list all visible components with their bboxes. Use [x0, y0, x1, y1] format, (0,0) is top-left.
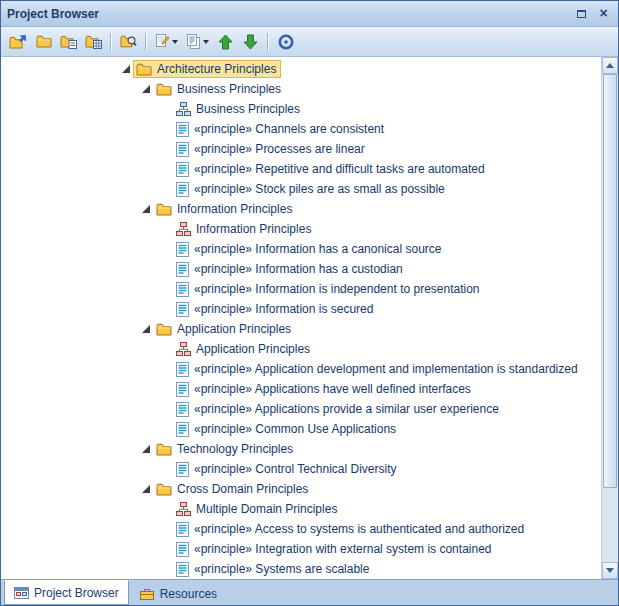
tree-node[interactable]: «principle» Application development and … [173, 360, 583, 378]
tree-node[interactable]: «principle» Stock piles are as small as … [173, 180, 450, 198]
tree-row[interactable]: «principle» Application development and … [1, 359, 601, 379]
principle-document-icon [176, 562, 189, 577]
expand-collapse-triangle-icon[interactable] [139, 82, 153, 96]
tree-node[interactable]: Cross Domain Principles [153, 480, 313, 498]
tree-node[interactable]: «principle» Information is independent t… [173, 280, 485, 298]
principle-document-icon [176, 362, 189, 377]
tree-node[interactable]: Application Principles [153, 320, 296, 338]
expand-collapse-triangle-icon[interactable] [139, 482, 153, 496]
tree-row[interactable]: «principle» Integration with external sy… [1, 539, 601, 559]
tree-node[interactable]: «principle» Integration with external sy… [173, 540, 497, 558]
tree-node[interactable]: «principle» Channels are consistent [173, 120, 389, 138]
tree-node-selected[interactable]: Architecture Principles [133, 60, 281, 78]
tree-item-label: «principle» Application development and … [194, 362, 578, 376]
tree-row[interactable]: «principle» Stock piles are as small as … [1, 179, 601, 199]
vertical-scrollbar[interactable] [601, 57, 618, 579]
find-in-browser-button[interactable] [117, 30, 140, 53]
tree-node[interactable]: «principle» Repetitive and difficult tas… [173, 160, 490, 178]
tree-row[interactable]: «principle» Channels are consistent [1, 119, 601, 139]
folder-icon [156, 323, 172, 336]
tree-item-label: «principle» Systems are scalable [194, 562, 369, 576]
tree-row[interactable]: Multiple Domain Principles [1, 499, 601, 519]
tree-node[interactable]: Information Principles [173, 220, 316, 238]
tree-row[interactable]: «principle» Common Use Applications [1, 419, 601, 439]
tree-node[interactable]: «principle» Control Technical Diversity [173, 460, 402, 478]
tree-item-label: Information Principles [177, 202, 292, 216]
tree-row[interactable]: Cross Domain Principles [1, 479, 601, 499]
tree-row[interactable]: Technology Principles [1, 439, 601, 459]
tree-item-label: Business Principles [177, 82, 281, 96]
tree-row[interactable]: «principle» Repetitive and difficult tas… [1, 159, 601, 179]
move-down-button[interactable] [239, 30, 262, 53]
duplicate-button[interactable] [183, 30, 212, 53]
tree-item-label: «principle» Applications provide a simil… [194, 402, 499, 416]
maximize-button[interactable] [573, 6, 590, 21]
tree-item-label: «principle» Repetitive and difficult tas… [194, 162, 485, 176]
tree-row[interactable]: Business Principles [1, 79, 601, 99]
tree-node[interactable]: «principle» Processes are linear [173, 140, 370, 158]
tree-node[interactable]: «principle» Applications have well defin… [173, 380, 476, 398]
tree-row[interactable]: «principle» Applications provide a simil… [1, 399, 601, 419]
scrollbar-track[interactable] [602, 74, 618, 562]
new-element-button[interactable] [82, 30, 105, 53]
scroll-up-button[interactable] [602, 57, 618, 74]
tree-node[interactable]: «principle» Common Use Applications [173, 420, 401, 438]
tree-node[interactable]: «principle» Applications provide a simil… [173, 400, 504, 418]
tree-row[interactable]: Application Principles [1, 319, 601, 339]
dropdown-chevron-icon[interactable] [172, 40, 178, 44]
expand-collapse-triangle-icon[interactable] [139, 202, 153, 216]
tree-row[interactable]: «principle» Processes are linear [1, 139, 601, 159]
resources-tab-icon [140, 588, 155, 600]
tree-row[interactable]: «principle» Applications have well defin… [1, 379, 601, 399]
tree-node[interactable]: «principle» Information is secured [173, 300, 378, 318]
expand-collapse-triangle-icon[interactable] [139, 442, 153, 456]
tree-item-label: Application Principles [196, 342, 310, 356]
tab-label: Resources [160, 587, 217, 601]
principle-document-icon [176, 542, 189, 557]
scrollbar-thumb[interactable] [603, 74, 617, 488]
tree-node[interactable]: «principle» Systems are scalable [173, 560, 374, 578]
tree-node[interactable]: «principle» Access to systems is authent… [173, 520, 529, 538]
tree-node[interactable]: «principle» Information has a canonical … [173, 240, 446, 258]
dropdown-chevron-icon[interactable] [203, 40, 209, 44]
tree-row[interactable]: «principle» Systems are scalable [1, 559, 601, 579]
titlebar[interactable]: Project Browser × [1, 1, 618, 27]
tree-row[interactable]: «principle» Information has a canonical … [1, 239, 601, 259]
tree-row[interactable]: «principle» Information is independent t… [1, 279, 601, 299]
tree-row[interactable]: «principle» Control Technical Diversity [1, 459, 601, 479]
edit-button[interactable] [152, 30, 181, 53]
expand-collapse-triangle-icon[interactable] [119, 62, 133, 76]
help-icon [278, 34, 294, 50]
principle-document-icon [176, 302, 189, 317]
new-package-button[interactable] [32, 30, 55, 53]
tree-row[interactable]: Information Principles [1, 199, 601, 219]
tree-node[interactable]: Business Principles [153, 80, 286, 98]
principle-document-icon [176, 242, 189, 257]
new-model-button[interactable] [6, 30, 30, 53]
tree-row[interactable]: Business Principles [1, 99, 601, 119]
tree-node[interactable]: «principle» Information has a custodian [173, 260, 408, 278]
maximize-icon [577, 10, 586, 18]
tree-row[interactable]: Information Principles [1, 219, 601, 239]
tree-row[interactable]: Architecture Principles [1, 59, 601, 79]
tree-node[interactable]: Multiple Domain Principles [173, 500, 342, 518]
new-element-icon [85, 35, 102, 49]
tree-row[interactable]: «principle» Information has a custodian [1, 259, 601, 279]
tree-node[interactable]: Technology Principles [153, 440, 298, 458]
scroll-down-button[interactable] [602, 562, 618, 579]
help-button[interactable] [274, 30, 297, 53]
tree-node[interactable]: Application Principles [173, 340, 315, 358]
tree-row[interactable]: «principle» Access to systems is authent… [1, 519, 601, 539]
green-arrow-down-icon [243, 34, 258, 50]
close-button[interactable]: × [595, 6, 612, 21]
move-up-button[interactable] [214, 30, 237, 53]
new-diagram-button[interactable] [57, 30, 80, 53]
tree-row[interactable]: Application Principles [1, 339, 601, 359]
tree-item-label: Architecture Principles [157, 62, 276, 76]
tree-node[interactable]: Information Principles [153, 200, 297, 218]
tab-resources[interactable]: Resources [130, 582, 227, 605]
tree-row[interactable]: «principle» Information is secured [1, 299, 601, 319]
tab-project-browser[interactable]: Project Browser [4, 580, 129, 605]
expand-collapse-triangle-icon[interactable] [139, 322, 153, 336]
tree-node[interactable]: Business Principles [173, 100, 305, 118]
